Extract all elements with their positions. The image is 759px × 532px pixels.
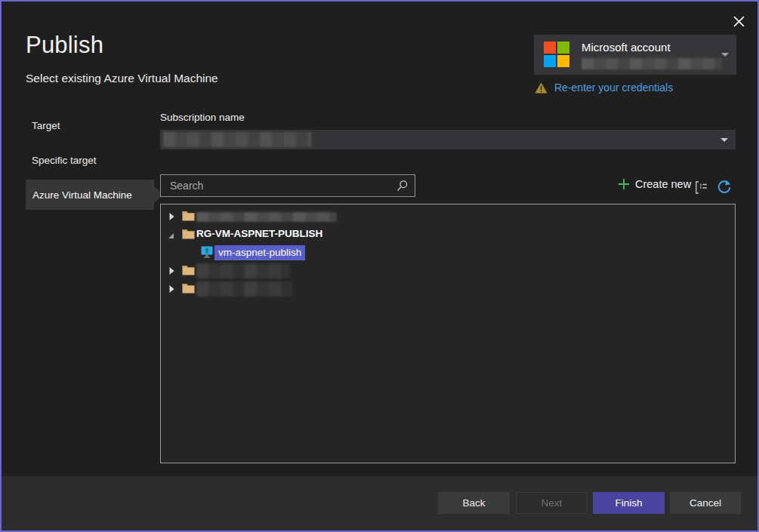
reenter-credentials-link[interactable]: Re-enter your credentials — [554, 81, 673, 94]
credentials-warning[interactable]: Re-enter your credentials — [535, 81, 673, 94]
tree-row-folder-redacted-1[interactable] — [161, 208, 735, 226]
search-input[interactable] — [161, 175, 415, 196]
account-email-redacted — [582, 58, 722, 69]
tree-row-folder-redacted-3[interactable] — [161, 280, 735, 298]
folder-icon — [182, 229, 195, 239]
group-by-resource-group-button[interactable] — [693, 179, 710, 195]
sidebar-item-specific-target[interactable]: Specific target — [32, 155, 97, 166]
sidebar-item-label: Azure Virtual Machine — [32, 189, 132, 201]
subscription-dropdown[interactable] — [160, 130, 736, 149]
twisty-collapsed-icon[interactable] — [168, 284, 175, 294]
refresh-icon — [717, 180, 732, 195]
tree-row-folder-redacted-2[interactable] — [161, 262, 735, 280]
folder-icon — [182, 265, 195, 275]
ms-logo-yellow — [557, 55, 569, 67]
search-icon — [396, 180, 409, 192]
chevron-down-icon — [720, 138, 728, 142]
search-box — [160, 174, 415, 197]
back-button[interactable]: Back — [438, 492, 510, 514]
page-title: Publish — [26, 32, 103, 59]
account-selector[interactable]: Microsoft account — [534, 35, 736, 75]
redacted-folder-name — [196, 263, 290, 278]
subscription-value-redacted — [163, 132, 311, 147]
tree-row-resource-group[interactable]: RG-VM-ASPNET-PUBLISH — [161, 226, 735, 244]
group-list-icon — [694, 180, 709, 195]
warning-icon — [535, 82, 548, 94]
subscription-name-label: Subscription name — [160, 112, 245, 123]
create-new-label: Create new — [635, 178, 691, 190]
close-button[interactable] — [730, 12, 748, 30]
page-subtitle: Select existing Azure Virtual Machine — [26, 72, 218, 85]
microsoft-logo-icon — [544, 42, 569, 67]
redacted-folder-name — [196, 212, 337, 222]
ms-logo-red — [544, 42, 556, 54]
close-icon — [733, 16, 745, 27]
ms-logo-blue — [544, 55, 556, 67]
vm-label-selected[interactable]: vm-aspnet-publish — [214, 245, 305, 260]
twisty-expanded-icon[interactable] — [167, 232, 174, 239]
chevron-down-icon — [721, 53, 729, 57]
folder-icon — [182, 283, 195, 294]
publish-dialog: Publish Select existing Azure Virtual Ma… — [0, 0, 759, 532]
redacted-folder-name — [196, 281, 292, 297]
refresh-button[interactable] — [716, 179, 733, 195]
next-button: Next — [516, 492, 588, 514]
sidebar-item-target[interactable]: Target — [32, 120, 60, 131]
vm-tree-panel: RG-VM-ASPNET-PUBLISH vm-aspnet-publish — [160, 204, 736, 463]
create-new-button[interactable]: Create new — [618, 178, 691, 190]
folder-icon — [182, 211, 195, 221]
ms-logo-green — [557, 42, 569, 54]
tree-row-vm-selected[interactable]: vm-aspnet-publish — [161, 244, 735, 262]
account-provider-label: Microsoft account — [582, 41, 671, 54]
plus-icon — [618, 178, 630, 190]
sidebar-item-azure-virtual-machine[interactable]: Azure Virtual Machine — [26, 180, 154, 210]
finish-button[interactable]: Finish — [593, 492, 665, 514]
twisty-collapsed-icon[interactable] — [168, 212, 175, 221]
twisty-collapsed-icon[interactable] — [168, 266, 175, 275]
resource-group-label: RG-VM-ASPNET-PUBLISH — [196, 228, 322, 239]
cancel-button[interactable]: Cancel — [670, 492, 741, 514]
vm-icon — [201, 246, 213, 259]
